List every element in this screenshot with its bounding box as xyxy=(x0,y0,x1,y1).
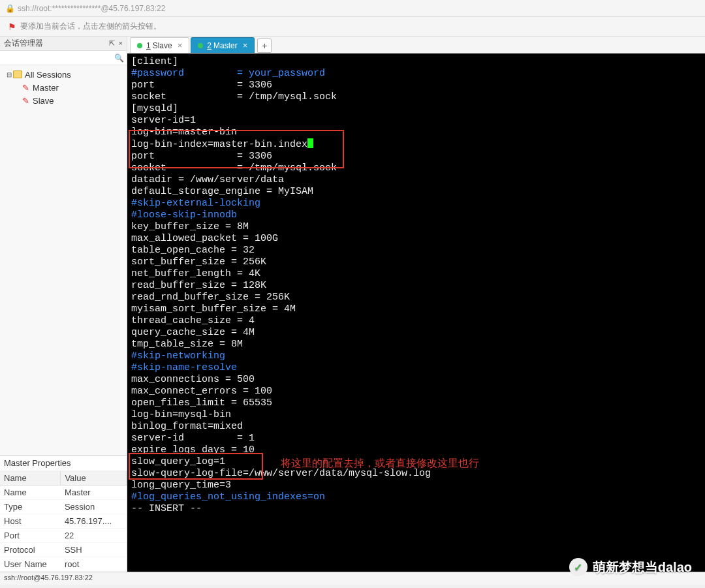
terminal-line: query_cache_size = 4M xyxy=(131,327,701,339)
prop-value: Session xyxy=(61,500,127,514)
main-area: 会话管理器 ⇱ × 🔍 ⊟ All Sessions ✎ Master ✎ Sl… xyxy=(0,37,705,572)
terminal-line: sort_buffer_size = 256K xyxy=(131,256,701,268)
session-icon: ✎ xyxy=(21,96,30,106)
property-row[interactable]: TypeSession xyxy=(0,500,127,514)
session-tree: ⊟ All Sessions ✎ Master ✎ Slave xyxy=(0,65,127,114)
terminal-line: #password = your_password xyxy=(131,68,701,80)
terminal-line: socket = /tmp/mysql.sock xyxy=(131,162,701,174)
terminal-line: log-bin-index=master-bin.index xyxy=(131,138,701,151)
new-tab-button[interactable]: + xyxy=(257,39,272,53)
prop-key: Type xyxy=(0,500,61,514)
tab-label: Slave xyxy=(153,41,172,50)
close-panel-icon[interactable]: × xyxy=(119,39,123,48)
watermark-text: 萌新梦想当dalao xyxy=(593,559,692,576)
flag-icon: ⚑ xyxy=(8,22,16,32)
tab-number: 1 xyxy=(146,41,151,50)
search-icon[interactable]: 🔍 xyxy=(114,54,124,63)
properties-title: Master Properties xyxy=(0,456,127,471)
terminal-line: [mysqld] xyxy=(131,103,701,115)
prop-key: Protocol xyxy=(0,543,61,557)
tab-master[interactable]: 2Master× xyxy=(191,37,255,53)
terminal-line: max_connect_errors = 100 xyxy=(131,386,701,397)
terminal-line: read_rnd_buffer_size = 256K xyxy=(131,292,701,303)
property-row[interactable]: Host45.76.197.... xyxy=(0,514,127,529)
tab-slave[interactable]: 1Slave× xyxy=(130,37,189,53)
pin-icon[interactable]: ⇱ xyxy=(109,39,115,48)
prop-value: Master xyxy=(61,486,127,500)
tree-root-label: All Sessions xyxy=(25,70,71,80)
info-text: 要添加当前会话，点击左侧的箭头按钮。 xyxy=(20,21,161,32)
terminal-line: read_buffer_size = 128K xyxy=(131,280,701,292)
info-bar: ⚑ 要添加当前会话，点击左侧的箭头按钮。 xyxy=(0,17,705,37)
terminal-line: log-bin=master-bin xyxy=(131,127,701,138)
annotation-text: 将这里的配置去掉，或者直接修改这里也行 xyxy=(281,457,479,471)
prop-key: Name xyxy=(0,486,61,500)
terminal-line: server-id = 1 xyxy=(131,433,701,444)
terminal-line: key_buffer_size = 8M xyxy=(131,221,701,233)
status-dot-icon xyxy=(137,43,142,48)
terminal[interactable]: [client]#password = your_passwordport = … xyxy=(127,54,705,572)
tree-item-label: Master xyxy=(33,83,59,93)
col-value[interactable]: Value xyxy=(61,471,127,486)
terminal-line: [client] xyxy=(131,56,701,68)
address-bar: 🔒 ssh://root:****************@45.76.197.… xyxy=(0,0,705,17)
session-search[interactable]: 🔍 xyxy=(0,51,127,65)
prop-value: 22 xyxy=(61,529,127,543)
session-manager-header: 会话管理器 ⇱ × xyxy=(0,37,127,51)
cursor-icon xyxy=(307,138,313,148)
tab-number: 2 xyxy=(207,41,212,50)
terminal-line: max_allowed_packet = 100G xyxy=(131,233,701,245)
session-icon: ✎ xyxy=(21,83,30,93)
tree-item-label: Slave xyxy=(33,96,54,106)
prop-key: User Name xyxy=(0,557,61,572)
status-text: ssh://root@45.76.197.83:22 xyxy=(4,574,93,581)
terminal-line: net_buffer_length = 4K xyxy=(131,268,701,280)
terminal-line: table_open_cache = 32 xyxy=(131,245,701,256)
terminal-line: binlog_format=mixed xyxy=(131,421,701,433)
col-name[interactable]: Name xyxy=(0,471,61,486)
close-tab-icon[interactable]: × xyxy=(178,40,183,50)
wechat-icon: ✓ xyxy=(569,558,588,576)
terminal-line: max_connections = 500 xyxy=(131,374,701,386)
terminal-line: tmp_table_size = 8M xyxy=(131,339,701,350)
terminal-line: socket = /tmp/mysql.sock xyxy=(131,91,701,103)
terminal-line: #skip-external-locking xyxy=(131,198,701,209)
terminal-line: server-id=1 xyxy=(131,115,701,127)
tree-item-slave[interactable]: ✎ Slave xyxy=(4,94,127,107)
tree-item-master[interactable]: ✎ Master xyxy=(4,81,127,94)
session-manager-title: 会话管理器 xyxy=(4,38,43,49)
sidebar: 会话管理器 ⇱ × 🔍 ⊟ All Sessions ✎ Master ✎ Sl… xyxy=(0,37,127,572)
prop-key: Host xyxy=(0,514,61,529)
terminal-line: #skip-networking xyxy=(131,350,701,362)
property-row[interactable]: User Nameroot xyxy=(0,557,127,572)
terminal-line: #skip-name-resolve xyxy=(131,362,701,374)
property-row[interactable]: ProtocolSSH xyxy=(0,543,127,557)
search-input[interactable] xyxy=(3,54,114,63)
terminal-line: datadir = /www/server/data xyxy=(131,174,701,186)
prop-key: Port xyxy=(0,529,61,543)
properties-panel: Master Properties Name Value NameMasterT… xyxy=(0,455,127,572)
content: 1Slave×2Master× + [client]#password = yo… xyxy=(127,37,705,572)
terminal-line: #loose-skip-innodb xyxy=(131,209,701,221)
property-row[interactable]: Port22 xyxy=(0,529,127,543)
expand-icon[interactable]: ⊟ xyxy=(5,71,13,78)
tab-label: Master xyxy=(213,41,238,50)
terminal-line: log-bin=mysql-bin xyxy=(131,409,701,421)
properties-grid: Name Value NameMasterTypeSessionHost45.7… xyxy=(0,471,127,572)
terminal-line: -- INSERT -- xyxy=(131,503,701,515)
property-row[interactable]: NameMaster xyxy=(0,486,127,500)
terminal-line: open_files_limit = 65535 xyxy=(131,397,701,409)
close-tab-icon[interactable]: × xyxy=(243,40,248,50)
folder-icon xyxy=(13,70,22,78)
prop-value: root xyxy=(61,557,127,572)
prop-value: SSH xyxy=(61,543,127,557)
lock-icon: 🔒 xyxy=(5,4,15,13)
terminal-line: myisam_sort_buffer_size = 4M xyxy=(131,303,701,315)
tab-bar: 1Slave×2Master× + xyxy=(127,37,705,54)
tree-root[interactable]: ⊟ All Sessions xyxy=(4,68,127,81)
terminal-line: port = 3306 xyxy=(131,151,701,162)
terminal-line: default_storage_engine = MyISAM xyxy=(131,186,701,198)
prop-value: 45.76.197.... xyxy=(61,514,127,529)
status-dot-icon xyxy=(198,43,203,48)
terminal-line: port = 3306 xyxy=(131,80,701,91)
